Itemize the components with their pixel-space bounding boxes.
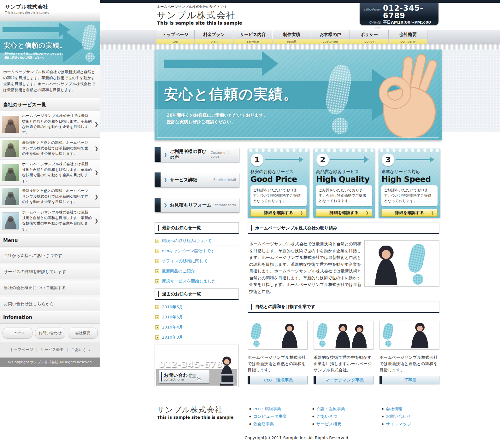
archive-link[interactable]: › 2010年6月 (155, 302, 239, 312)
news-link[interactable]: › 新規サービスを開始しました (155, 276, 239, 286)
arrow-graphic (330, 159, 368, 160)
header-contact-card: お問い合わせ 012-345-6789 受付時間 平日AM10:00〜PM5:0… (360, 3, 438, 25)
service-thumbnail-photo (2, 188, 19, 205)
news-button[interactable]: ニュース (3, 328, 32, 339)
sidebar-service-item[interactable]: ホームページサンプル株式会社では最新技術と自然との調和を目指します。革新的な技術… (0, 160, 100, 186)
sidebar-service-item[interactable]: 最新技術と自然との調和。ホームページサンプル株式会社では革新的な技術で世の中を動… (0, 138, 100, 160)
bullet-dot-icon: ● (382, 415, 384, 418)
sidebar-logo-subtitle: This is sample site this is sample (5, 11, 95, 14)
detail-confirm-button[interactable]: 詳細を確認する ❯ (316, 209, 372, 217)
eco-business-button[interactable]: eco・環境事業 (248, 376, 308, 384)
news-link[interactable]: › ecoキャンペーン開催中です (155, 246, 239, 256)
arrow-bullet-icon: › (155, 239, 159, 243)
laptop-graphic (220, 374, 235, 384)
exclamation-graphic (317, 323, 327, 347)
sidebar-menu-item-greeting[interactable]: 当社から皆様へごあいさつです (0, 248, 100, 263)
page: サンプル株式会社 This is sample site this is sam… (0, 0, 500, 448)
businessman-photo (349, 325, 370, 348)
nav-item-company[interactable]: 会社概要 company (389, 30, 427, 44)
chevron-right-icon: ❯ (94, 121, 98, 127)
businesswoman-photo (279, 324, 301, 348)
footer-link-column: ●eco・環境事業 ●コンピュータ事業 ●飲食店事業 (249, 406, 287, 429)
footer-link[interactable]: ●飲食店事業 (249, 421, 287, 427)
nav-item-policy[interactable]: ポリシー policy (350, 30, 389, 44)
sidebar-menu-heading: Menu (0, 234, 100, 247)
contact-form-button[interactable]: お問い合わせ contact form (159, 370, 209, 383)
detail-confirm-button[interactable]: 詳細を確認する ❯ (381, 209, 438, 217)
footer-logo[interactable]: サンプル株式会社 (157, 405, 223, 415)
footer-link[interactable]: ●サービス概要 (312, 421, 345, 427)
footer-link[interactable]: ●介護・医療事業 (312, 406, 345, 412)
bullet-dot-icon: ● (382, 423, 384, 425)
envelope-icon: ✉ (191, 372, 197, 380)
sidebar-header: サンプル株式会社 This is sample site this is sam… (0, 0, 100, 21)
bullet-dot-icon: ● (382, 408, 384, 410)
it-business-button[interactable]: IT事業 (379, 376, 439, 384)
envelope-icon: ✉ (197, 375, 202, 382)
contact-button[interactable]: お問い合わせ (35, 328, 65, 339)
news-link[interactable]: › 最新商品のご紹介 (155, 266, 239, 276)
detail-confirm-button[interactable]: 詳細を確認する ❯ (250, 209, 307, 217)
company-button[interactable]: 会社概要 (68, 328, 98, 339)
footer-link[interactable]: ●ごあいさつ (312, 414, 345, 419)
exclamation-graphic (83, 25, 96, 62)
archive-link[interactable]: › 2010年4月 (155, 322, 239, 332)
feature-box-high-quality: 2 高品質な顧客サービス High Quality ご好評をいただいております。… (313, 147, 375, 218)
sidebar-hero-subtext: 20年間多くのお客様にご愛顧いただいております。 豊富な実績もぜひご確認ください… (4, 52, 64, 60)
chevron-right-icon: ❯ (94, 218, 98, 224)
news-link[interactable]: › 環境への取り組みについて (155, 236, 239, 246)
service-detail-button[interactable]: ❯ サービス詳細 Service detail (155, 172, 239, 187)
footer-link[interactable]: ●お問い合わせ (382, 414, 411, 419)
archive-link[interactable]: › 2010年5月 (155, 312, 239, 322)
sidebar-info-heading: Infomation (0, 311, 100, 324)
drip-ornament (316, 147, 373, 153)
sidebar-menu-item-service[interactable]: サービスの詳細を解説しています (0, 265, 100, 279)
news-list: › 環境への取り組みについて › ecoキャンペーン開催中です › オフィスの移… (155, 236, 239, 286)
nav-item-result[interactable]: 制作実績 result (272, 30, 311, 44)
arrow-bullet-icon: › (155, 305, 159, 309)
footer-logo-subtitle: This is sample site this is sample (157, 415, 233, 420)
footer-link-column: ●介護・医療事業 ●ごあいさつ ●サービス概要 (312, 406, 345, 429)
arrow-graphic (164, 60, 262, 68)
top-accent-bar (100, 0, 500, 3)
site-logo-subtitle: This is sample site this is sample (157, 20, 242, 26)
sidebar-service-item[interactable]: 最新技術と自然との調和。ホームページサンプル株式会社では革新的な技術で世の中を動… (0, 186, 100, 208)
business-panel-title: 自然との調和を目指す企業です (248, 301, 439, 313)
footer-link[interactable]: ●サイトマップ (382, 421, 411, 427)
nav-item-service[interactable]: サービス内容 service (233, 30, 272, 44)
news-link[interactable]: › オフィスの移転に関して (155, 256, 239, 266)
sidebar-menu-item-contact[interactable]: お問い合わせはこちらから (0, 297, 100, 311)
sidebar-service-item[interactable]: ホームページサンプル株式会社では最新技術と自然との調和を目指します。革新的な技術… (0, 111, 100, 138)
exclamation-graphic (327, 65, 350, 134)
sidebar-service-item[interactable]: ホームページサンプル株式会社では最新技術と自然との調和を目指します。革新的な技術… (0, 208, 100, 234)
article-panel-title: ホームページサンプル株式会社の取り組み (248, 223, 439, 234)
nav-item-customer[interactable]: お客様の声 customer (311, 30, 350, 44)
footer-link[interactable]: ●eco・環境事業 (249, 406, 287, 412)
sidebar: サンプル株式会社 This is sample site this is sam… (0, 0, 100, 367)
bullet-dot-icon: ● (249, 408, 251, 410)
sidebar-menu-item-company[interactable]: 当社の会社概要について確認する (0, 281, 100, 295)
nav-item-top[interactable]: トップページ top (156, 30, 195, 44)
sidebar-footer-link-service[interactable]: サービス概要 (41, 347, 64, 352)
hours-label: 受付時間 (362, 21, 383, 25)
contact-label: お問い合わせ (362, 8, 383, 12)
marketing-business-button[interactable]: マーケティング事業 (314, 376, 374, 384)
hero-title: 安心と信頼の実績。 (164, 85, 298, 104)
sidebar-footer-link-greeting[interactable]: ごあいさつ (71, 347, 90, 352)
customers-voice-button[interactable]: ❯ ご利用者様の喜びの声 Customer's voice (155, 147, 239, 162)
sidebar-logo[interactable]: サンプル株式会社 (5, 4, 95, 10)
site-logo[interactable]: サンプル株式会社 (157, 9, 236, 22)
feature-box-good-price: 1 格安のお得なサービス Good Price ご好評をいただいております。今だ… (248, 147, 309, 218)
footer-divider (155, 398, 439, 398)
footer-link[interactable]: ●会社情報 (382, 406, 411, 412)
archive-link[interactable]: › 2010年3月 (155, 332, 239, 342)
estimate-form-button[interactable]: ❯ お見積もりフォーム Estimate form (155, 198, 239, 212)
footer-link[interactable]: ●コンピュータ事業 (249, 414, 287, 419)
businesswoman-photo (370, 246, 402, 285)
feature-number-badge: 2 (316, 154, 329, 166)
nav-item-plan[interactable]: 料金プラン plan (195, 30, 233, 44)
address-value: 見本県見本市サンプル1-2-3 (383, 25, 434, 30)
arrow-bullet-icon: › (155, 269, 159, 273)
business-description: ホームページサンプル株式会社では最新技術と自然との調和を目指します。 (379, 354, 441, 373)
sidebar-footer-link-top[interactable]: トップページ (10, 347, 33, 352)
